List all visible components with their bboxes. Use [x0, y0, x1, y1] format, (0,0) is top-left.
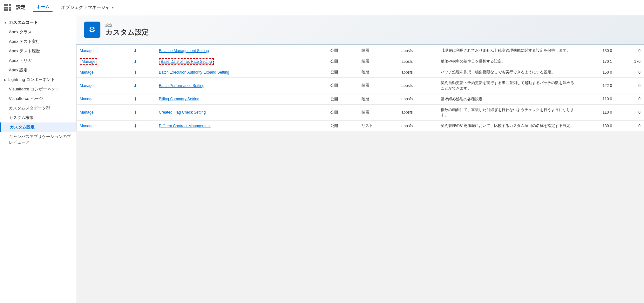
top-navigation: 設定 ホーム オブジェクトマネージャ ▼: [0, 0, 644, 15]
manage-link[interactable]: Manage: [80, 49, 93, 53]
download-icon[interactable]: ⬇: [133, 110, 137, 115]
download-icon[interactable]: ⬇: [133, 83, 137, 88]
type1-cell: 公開: [327, 94, 358, 104]
table-row: Manage ⬇ Batch Execution Authority Expan…: [77, 67, 644, 78]
setting-name-cell: Batch Performance Setting: [156, 78, 327, 94]
page-header-icon: ⚙: [84, 22, 100, 38]
setting-name-link[interactable]: Batch Performance Setting: [159, 83, 204, 88]
num3-cell: 0: [615, 121, 644, 131]
manage-cell: Manage: [77, 121, 130, 131]
num1-cell: 110 0: [580, 94, 615, 104]
sidebar-item-custom-metadata[interactable]: カスタムメタデータ型: [0, 103, 76, 113]
page-subtitle: 設定: [105, 23, 149, 28]
download-cell: ⬇: [130, 104, 156, 121]
setting-name-cell: Billing Summary Setting: [156, 94, 327, 104]
sidebar-item-canvas-app[interactable]: キャンバスアプリケーションのプレビューア: [0, 132, 76, 147]
num3-cell: 0: [615, 78, 644, 94]
type2-cell: 階層: [358, 56, 398, 67]
sidebar-item-visualforce-page[interactable]: Visualforce ページ: [0, 94, 76, 103]
download-icon[interactable]: ⬇: [133, 59, 137, 64]
setting-name-link[interactable]: Base Date of Tax Rate Setting: [159, 58, 214, 65]
download-cell: ⬇: [130, 94, 156, 104]
setting-name-link[interactable]: DiffItem Contract Management: [159, 124, 211, 128]
num1-cell: 110 0: [580, 104, 615, 121]
manage-cell: Manage: [77, 104, 130, 121]
owner-cell: appsfs: [398, 94, 438, 104]
manage-cell: Manage: [77, 78, 130, 94]
manage-cell: Manage: [77, 56, 130, 67]
table-row: Manage ⬇ Created Flag Check Setting 公開 階…: [77, 104, 644, 121]
sidebar-item-visualforce-component[interactable]: Visualforce コンポーネント: [0, 84, 76, 94]
download-cell: ⬇: [130, 45, 156, 56]
app-title: 設定: [16, 4, 25, 10]
description-cell: 【現在は利用されておりません】残高管理機能に関する設定を保持します。: [437, 45, 580, 56]
sidebar-item-custom-permission[interactable]: カスタム権限: [0, 113, 76, 122]
sidebar-item-apex-settings[interactable]: Apex 設定: [0, 65, 76, 75]
download-icon[interactable]: ⬇: [133, 96, 137, 102]
download-icon[interactable]: ⬇: [133, 70, 137, 75]
setting-name-link[interactable]: Billing Summary Setting: [159, 97, 199, 101]
sidebar-item-apex-trigger[interactable]: Apex トリガ: [0, 56, 76, 65]
manage-link[interactable]: Manage: [80, 70, 93, 75]
manage-link[interactable]: Manage: [80, 110, 93, 115]
manage-link[interactable]: Manage: [80, 83, 93, 88]
download-cell: ⬇: [130, 67, 156, 78]
sidebar-section-custom-code[interactable]: ▼ カスタムコード: [0, 18, 76, 27]
type1-cell: 公開: [327, 67, 358, 78]
setting-name-cell: Balance Management Setting: [156, 45, 327, 56]
app-launcher-icon[interactable]: [4, 4, 11, 11]
type1-cell: 公開: [327, 78, 358, 94]
type1-cell: 公開: [327, 104, 358, 121]
owner-cell: appsfs: [398, 104, 438, 121]
manage-link[interactable]: Manage: [80, 124, 93, 128]
table-row: Manage ⬇ Balance Management Setting 公開 階…: [77, 45, 644, 56]
description-cell: 請求締め処理の各種設定: [437, 94, 580, 104]
type1-cell: 公開: [327, 121, 358, 131]
description-cell: 契約自動更新・予約更新を実行する際に並列して起動するバッチの数を決めることができ…: [437, 78, 580, 94]
sidebar-item-apex-test-run[interactable]: Apex テスト実行: [0, 37, 76, 46]
owner-cell: appsfs: [398, 45, 438, 56]
type2-cell: 階層: [358, 94, 398, 104]
description-cell: バッチ処理を作成・編集権限なしでも実行できるようにする設定。: [437, 67, 580, 78]
manage-link[interactable]: Manage: [80, 58, 97, 65]
type2-cell: 階層: [358, 104, 398, 121]
nav-home[interactable]: ホーム: [33, 3, 53, 12]
num3-cell: 0: [615, 45, 644, 56]
setting-name-cell: Created Flag Check Setting: [156, 104, 327, 121]
download-cell: ⬇: [130, 78, 156, 94]
type1-cell: 公開: [327, 45, 358, 56]
table-row: Manage ⬇ Base Date of Tax Rate Setting 公…: [77, 56, 644, 67]
owner-cell: appsfs: [398, 67, 438, 78]
sidebar-item-apex-class[interactable]: Apex クラス: [0, 27, 76, 37]
type2-cell: リスト: [358, 121, 398, 131]
num1-cell: 122 0: [580, 78, 615, 94]
owner-cell: appsfs: [398, 56, 438, 67]
setting-name-link[interactable]: Created Flag Check Setting: [159, 110, 206, 115]
setting-name-link[interactable]: Balance Management Setting: [159, 49, 209, 53]
main-layout: ▼ カスタムコード Apex クラス Apex テスト実行 Apex テスト履歴…: [0, 15, 644, 303]
setting-name-link[interactable]: Batch Execution Authority Expand Setting: [159, 70, 229, 75]
page-header: ⚙ 設定 カスタム設定: [76, 15, 644, 45]
setting-name-cell: DiffItem Contract Management: [156, 121, 327, 131]
settings-table-container: Manage ⬇ Balance Management Setting 公開 階…: [76, 45, 644, 131]
gear-icon: ⚙: [89, 25, 96, 34]
download-icon[interactable]: ⬇: [133, 123, 137, 128]
type2-cell: 階層: [358, 67, 398, 78]
description-cell: 単価や税率の基準日を選択する設定。: [437, 56, 580, 67]
num1-cell: 130 0: [580, 45, 615, 56]
description-cell: 契約管理の変更履歴において、比較するカスタム項目の名称を指定する設定。: [437, 121, 580, 131]
download-cell: ⬇: [130, 121, 156, 131]
chevron-down-icon: ▼: [4, 21, 7, 24]
nav-object-manager[interactable]: オブジェクトマネージャ ▼: [58, 3, 118, 12]
sidebar-item-apex-test-history[interactable]: Apex テスト履歴: [0, 46, 76, 56]
type2-cell: 階層: [358, 78, 398, 94]
sidebar-item-custom-settings[interactable]: カスタム設定: [0, 122, 76, 132]
manage-link[interactable]: Manage: [80, 97, 93, 101]
settings-table: Manage ⬇ Balance Management Setting 公開 階…: [77, 45, 644, 131]
num1-cell: 180 0: [580, 121, 615, 131]
download-icon[interactable]: ⬇: [133, 48, 137, 53]
page-title: カスタム設定: [105, 28, 149, 37]
sidebar-section-lightning[interactable]: ▶ Lightning コンポーネント: [0, 75, 76, 84]
content-area: ⚙ 設定 カスタム設定 Manage ⬇ Balance Management …: [76, 15, 644, 303]
setting-name-cell: Base Date of Tax Rate Setting: [156, 56, 327, 67]
